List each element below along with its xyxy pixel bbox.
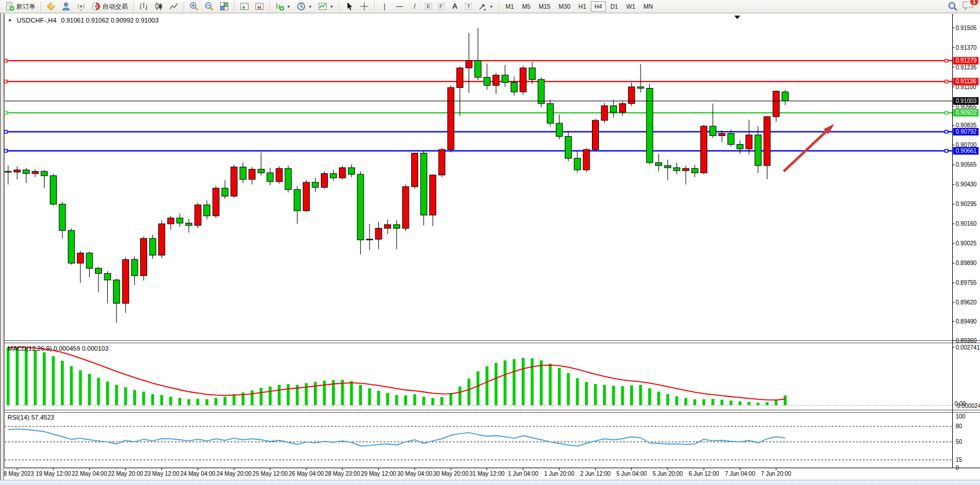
rsi-label: RSI(14) 57.4523 <box>8 414 54 421</box>
svg-text:30 May 04:00: 30 May 04:00 <box>397 471 433 477</box>
timeframe-toolbar: M1M5M15M30H1H4D1W1MN <box>502 1 657 12</box>
bar-chart-button[interactable] <box>136 0 151 13</box>
svg-text:0: 0 <box>956 465 959 471</box>
search-icon[interactable] <box>948 1 958 12</box>
auto-trading-label: 自动交易 <box>103 2 128 11</box>
svg-text:50: 50 <box>956 439 963 445</box>
svg-text:24 May 04:00: 24 May 04:00 <box>180 471 215 477</box>
svg-text:0.91370: 0.91370 <box>956 45 977 51</box>
signals-button[interactable] <box>74 0 89 13</box>
window-left-edge <box>0 13 4 480</box>
toolbar-separator <box>374 2 375 12</box>
fibonacci-icon: F <box>438 3 445 10</box>
timeframe-button-m1[interactable]: M1 <box>502 1 518 12</box>
dropdown-arrow-icon: ▼ <box>330 5 334 9</box>
timeframe-button-h1[interactable]: H1 <box>575 1 590 12</box>
svg-text:80: 80 <box>956 423 963 429</box>
cursor-icon <box>345 2 354 11</box>
svg-text:0.90565: 0.90565 <box>956 161 977 168</box>
timeframe-button-m5[interactable]: M5 <box>518 1 534 12</box>
arrows-dropdown[interactable]: ▼ <box>475 0 496 13</box>
trendline-icon: / <box>410 2 419 10</box>
horizontal-line-tool[interactable]: — <box>392 0 407 13</box>
vertical-line-icon: | <box>380 2 389 10</box>
main-toolbar: 新订单 自动交易 <box>0 0 980 13</box>
svg-text:0.91136: 0.91136 <box>956 78 977 84</box>
svg-text:31 May 12:00: 31 May 12:00 <box>469 471 504 477</box>
svg-text:0.91279: 0.91279 <box>956 57 977 64</box>
step-forward-button[interactable] <box>252 0 267 13</box>
tile-windows-button[interactable] <box>217 0 232 13</box>
equidistant-channel-tool[interactable]: E <box>422 0 435 13</box>
svg-text:1 Jun 20:00: 1 Jun 20:00 <box>544 471 575 477</box>
zoom-in-button[interactable] <box>187 0 202 13</box>
channel-icon: E <box>425 3 432 10</box>
fibonacci-tool[interactable]: F <box>435 0 448 13</box>
toolbar-separator <box>339 2 339 12</box>
indicators-dropdown[interactable]: ▼ <box>315 0 337 13</box>
profile-button[interactable] <box>58 0 74 13</box>
svg-text:2 Jun 12:00: 2 Jun 12:00 <box>580 471 611 477</box>
timeframe-button-h4[interactable]: H4 <box>591 1 605 12</box>
svg-text:0.89360: 0.89360 <box>956 337 977 344</box>
chart-canvas[interactable]: 0.915050.913700.912350.911000.909650.908… <box>0 0 980 485</box>
market-button[interactable] <box>43 0 58 13</box>
profiles-dropdown[interactable]: ▼ <box>294 0 315 13</box>
auto-trading-button[interactable]: 自动交易 <box>89 0 131 13</box>
dropdown-arrow-icon: ▼ <box>489 5 493 9</box>
bottom-strip <box>0 480 980 485</box>
timeframe-button-m30[interactable]: M30 <box>555 1 573 12</box>
mt4-window: 0.915050.913700.912350.911000.909650.908… <box>0 0 980 485</box>
svg-text:0.90160: 0.90160 <box>956 221 977 227</box>
gold-diamond-icon <box>46 2 56 11</box>
cursor-tool-button[interactable] <box>342 0 357 13</box>
zoom-out-icon <box>204 2 214 11</box>
svg-text:100: 100 <box>956 413 966 420</box>
zoom-out-button[interactable] <box>202 0 217 13</box>
arrows-tool-icon <box>478 2 487 11</box>
svg-text:30 May 20:00: 30 May 20:00 <box>433 471 469 477</box>
new-order-button[interactable]: 新订单 <box>2 0 38 13</box>
macd-label: MACD(12,26,9) 0.000459 0.000103 <box>8 345 108 352</box>
price-badge-0.91279: 0.91279 <box>953 57 979 64</box>
text-label-tool[interactable]: T <box>462 0 475 13</box>
price-badge-0.90922: 0.90922 <box>953 109 979 116</box>
svg-text:0.91505: 0.91505 <box>956 25 977 31</box>
step-forward-icon <box>255 2 264 11</box>
dropdown-arrow-icon: ▼ <box>287 5 291 9</box>
svg-text:0.89490: 0.89490 <box>956 318 977 325</box>
indicators-icon <box>318 2 327 11</box>
crosshair-tool-button[interactable] <box>357 0 372 13</box>
crosshair-icon <box>360 2 369 11</box>
timeframe-button-mn[interactable]: MN <box>640 1 656 12</box>
svg-text:15: 15 <box>956 457 963 463</box>
symbol-dropdown-icon[interactable]: ▼ <box>8 18 12 23</box>
line-chart-button[interactable] <box>166 0 181 13</box>
svg-text:22 May 04:00: 22 May 04:00 <box>72 471 107 477</box>
svg-text:0.90295: 0.90295 <box>956 201 977 207</box>
svg-text:0.90661: 0.90661 <box>956 148 977 154</box>
auto-trading-icon <box>92 2 101 11</box>
horizontal-line-icon: — <box>395 2 404 10</box>
trendline-tool[interactable]: / <box>407 0 422 13</box>
timeframe-button-d1[interactable]: D1 <box>607 1 621 12</box>
toolbar-right-group: 1 <box>948 0 974 13</box>
candlestick-chart-button[interactable] <box>151 0 166 13</box>
svg-text:24 May 20:00: 24 May 20:00 <box>217 471 252 477</box>
clock-icon <box>297 2 306 11</box>
text-tool[interactable]: A <box>447 0 462 13</box>
svg-text:0.91235: 0.91235 <box>956 64 977 71</box>
arrange-charts-button[interactable] <box>237 0 252 13</box>
svg-text:5 Jun 04:00: 5 Jun 04:00 <box>616 471 647 477</box>
svg-text:0.91003: 0.91003 <box>956 98 977 104</box>
svg-text:6 Jun 12:00: 6 Jun 12:00 <box>689 471 719 477</box>
svg-text:0.89620: 0.89620 <box>956 299 977 306</box>
notifications-button[interactable]: 1 <box>963 0 974 13</box>
timeframe-button-w1[interactable]: W1 <box>623 1 639 12</box>
timeframe-button-m15[interactable]: M15 <box>535 1 554 12</box>
zoom-in-icon <box>189 2 199 11</box>
vertical-line-tool[interactable]: | <box>377 0 392 13</box>
svg-text:26 May 04:00: 26 May 04:00 <box>288 471 324 477</box>
toolbar-separator <box>269 2 270 12</box>
new-chart-dropdown[interactable]: ▼ <box>272 0 294 13</box>
